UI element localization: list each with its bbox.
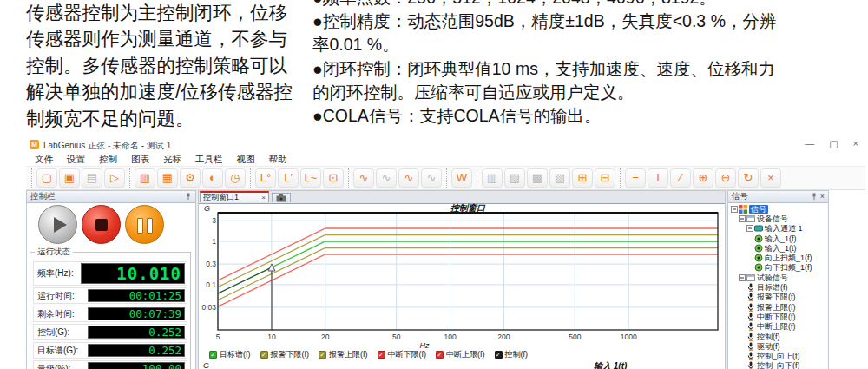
legend-item[interactable]: ✓控制(f) [495,349,529,360]
open-test-icon[interactable]: ▤ [82,168,102,188]
refresh-icon[interactable]: ↻ [738,168,759,188]
clear-icon[interactable]: × [760,168,781,188]
tree-item-label[interactable]: 中断下限(f) [757,313,796,321]
level-mid-icon[interactable]: L′ [278,168,299,188]
tree-row[interactable]: 信号 [731,204,827,214]
tree-row[interactable]: 控制_向下(f) [731,361,827,369]
panel-close-icon[interactable]: × [820,193,825,201]
tree-item-label[interactable]: 试验信号 [757,273,788,282]
level-high-icon[interactable]: L~ [300,168,321,188]
close-icon[interactable]: × [853,138,858,149]
minimize-icon[interactable]: — [805,138,814,149]
zoom-out-icon[interactable]: ⊖ [715,168,736,188]
tree-item-label[interactable]: 报警下限(f) [757,293,796,301]
screenshot-tab[interactable] [272,193,291,202]
level-low-icon[interactable]: L° [255,168,276,188]
tree-row[interactable]: 设备信号 [731,214,827,223]
tree-row[interactable]: 驱动(f) [731,341,827,351]
cursor-vertical-icon[interactable]: I [648,168,668,188]
cursor-slope-icon[interactable]: ∕ [670,168,691,188]
test-settings-icon[interactable]: ▥ [135,168,155,188]
legend-checkbox[interactable]: ✓ [319,351,326,359]
tree-item-label[interactable]: 输入_1(f) [765,234,797,243]
cursor-horizontal-icon[interactable]: − [625,168,646,188]
legend-checkbox[interactable]: ✓ [495,351,503,359]
tree-item-label[interactable]: 中断上限(f) [757,322,796,331]
legend-item[interactable]: ✓报警下限(f) [260,349,310,360]
window-layout-icon[interactable]: ⊡ [323,168,344,188]
legend-item[interactable]: ✓目标谱(f) [209,349,251,360]
new-test-icon[interactable]: ▢ [36,168,57,188]
spectrum-2-icon[interactable]: ▨ [504,168,525,188]
legend-checkbox[interactable]: ✓ [260,351,268,359]
tree-item-label[interactable]: 输入_1(t) [765,244,797,253]
tree-row[interactable]: 控制(f) [731,332,827,341]
pause-wave-icon[interactable]: ∿ [376,168,397,188]
schedule-icon[interactable]: ◷ [225,168,246,188]
legend-item[interactable]: ✓中断下限(f) [378,349,427,360]
tree-item-label[interactable]: 控制_向下(f) [757,361,800,369]
tree-item-label[interactable]: 向上扫频_1(f) [765,254,812,262]
pin-icon[interactable] [811,193,818,201]
tree-row[interactable]: 中断上限(f) [731,322,827,332]
view-wave-icon[interactable]: ∿ [398,168,419,188]
tree-item-label[interactable]: 驱动(f) [757,342,780,351]
tree-item-label[interactable]: 控制(f) [757,333,780,341]
control-settings-icon[interactable]: ▦ [157,168,178,188]
tree-item-label[interactable]: 目标谱(f) [757,283,788,292]
tree-row[interactable]: 向上扫频_1(f) [731,253,827,262]
tree-row[interactable]: 输入_1(f) [731,234,827,243]
tree-row[interactable]: 中断下限(f) [731,312,827,321]
layout-single-icon[interactable]: ⊟ [595,168,615,188]
collapse-icon[interactable] [739,274,746,281]
menu-item[interactable]: 帮助 [262,154,294,166]
tree-row[interactable]: 输入_1(t) [731,243,827,253]
spectrum-4-icon[interactable]: ▧ [549,168,570,188]
tree-row[interactable]: 报警上限(f) [731,302,827,312]
tab-control-window[interactable]: 控制窗口1 × [200,191,269,202]
tree-row[interactable]: 报警下限(f) [731,293,827,302]
stop-button[interactable] [82,205,121,244]
collapse-icon[interactable] [746,225,753,232]
menu-item[interactable]: 设置 [60,154,92,166]
tree-item-label[interactable]: 控制_向上(f) [757,352,800,360]
tree-row[interactable]: 试验信号 [731,273,827,282]
spectrum-3-icon[interactable]: ▩ [527,168,548,188]
tree-row[interactable]: 目标谱(f) [731,282,827,292]
collapse-icon[interactable] [739,215,746,222]
tree-row[interactable]: 向下扫频_1(f) [731,263,827,273]
menu-item[interactable]: 图表 [124,154,156,166]
pin-icon[interactable] [185,193,192,201]
legend-checkbox[interactable]: ✓ [378,351,385,359]
export-data-icon[interactable]: ▷ [104,168,125,188]
tree-row[interactable]: 控制_向上(f) [731,351,827,360]
menu-item[interactable]: 工具栏 [188,154,230,166]
spectrum-1-icon[interactable]: ▥ [482,168,503,188]
menu-item[interactable]: 控制 [92,154,124,166]
display-colors-icon[interactable]: ◐ [202,168,223,188]
legend-checkbox[interactable]: ✓ [436,351,444,359]
zoom-in-icon[interactable]: ⊕ [693,168,713,188]
pause-button[interactable] [125,205,164,244]
menu-item[interactable]: 文件 [28,154,60,166]
layout-grid-icon[interactable]: ⊞ [572,168,593,188]
tree-item-label[interactable]: 报警上限(f) [757,303,796,312]
save-test-icon[interactable]: ▣ [59,168,80,188]
tree-item-label[interactable]: 向下扫频_1(f) [765,263,812,272]
legend-checkbox[interactable]: ✓ [209,351,217,359]
start-button[interactable] [38,205,77,244]
control-chart[interactable]: 51020501002005001000310.30.10.03控制窗口GHz [199,203,725,369]
record-wave-icon[interactable]: ∿ [353,168,374,188]
maximize-icon[interactable]: ▢ [829,138,838,149]
tab-close-icon[interactable]: × [261,194,266,201]
tree-item-label[interactable]: 信号 [749,205,768,214]
tree-row[interactable]: 输入通道 1 [731,224,827,234]
collapse-icon[interactable] [731,206,738,213]
legend-item[interactable]: ✓中断上限(f) [436,349,485,360]
stop-wave-icon[interactable]: ∿ [421,168,442,188]
system-settings-icon[interactable]: ⚙ [180,168,201,188]
tree-item-label[interactable]: 输入通道 1 [765,224,803,233]
word-report-icon[interactable]: W [451,168,472,188]
menu-item[interactable]: 视图 [230,154,262,166]
tree-item-label[interactable]: 设备信号 [757,214,788,223]
